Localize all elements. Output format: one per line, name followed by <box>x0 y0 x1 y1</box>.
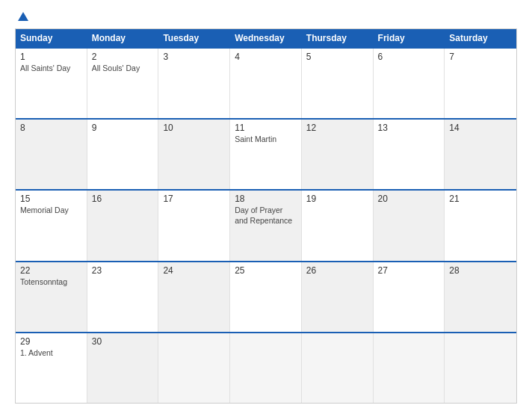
calendar-cell: 15Memorial Day <box>16 191 87 260</box>
day-number: 7 <box>449 52 512 62</box>
weekday-header: Friday <box>374 29 445 47</box>
calendar-cell: 30 <box>87 333 159 403</box>
header <box>15 12 517 21</box>
logo-triangle-icon <box>18 12 28 21</box>
weekday-header: Monday <box>87 29 159 47</box>
day-number: 12 <box>306 123 368 133</box>
weekday-header: Saturday <box>445 29 516 47</box>
calendar-cell: 16 <box>87 191 159 260</box>
calendar-cell: 5 <box>302 49 374 118</box>
weekday-header: Wednesday <box>230 29 302 47</box>
calendar-cell: 291. Advent <box>16 333 87 403</box>
holiday-label: Saint Martin <box>235 135 297 145</box>
calendar-cell: 22Totensonntag <box>16 262 87 332</box>
logo <box>15 12 28 21</box>
calendar-cell: 4 <box>230 49 302 118</box>
calendar-cell: 8 <box>16 120 87 189</box>
day-number: 8 <box>20 123 82 133</box>
day-number: 14 <box>449 123 512 133</box>
weekday-header: Thursday <box>302 29 374 47</box>
day-number: 13 <box>378 123 440 133</box>
calendar-cell: 26 <box>302 262 374 332</box>
day-number: 20 <box>378 194 440 204</box>
day-number: 17 <box>163 194 225 204</box>
calendar-cell: 7 <box>445 49 516 118</box>
day-number: 23 <box>92 265 154 276</box>
day-number: 5 <box>306 52 368 62</box>
day-number: 18 <box>235 194 297 204</box>
day-number: 27 <box>378 265 440 276</box>
weekday-header: Sunday <box>16 29 87 47</box>
day-number: 30 <box>92 336 154 347</box>
holiday-label: Totensonntag <box>20 277 82 288</box>
calendar-row: 22Totensonntag232425262728 <box>16 261 516 332</box>
calendar-cell: 10 <box>158 120 230 189</box>
calendar-row: 891011Saint Martin121314 <box>16 118 516 189</box>
day-number: 9 <box>92 123 154 133</box>
calendar-cell: 17 <box>158 191 230 260</box>
calendar-cell: 20 <box>374 191 445 260</box>
calendar-cell: 21 <box>445 191 516 260</box>
calendar-cell <box>230 333 302 403</box>
holiday-label: Day of Prayer and Repentance <box>235 206 297 226</box>
day-number: 28 <box>449 265 512 276</box>
day-number: 16 <box>92 194 154 204</box>
calendar-cell: 23 <box>87 262 159 332</box>
calendar-page: SundayMondayTuesdayWednesdayThursdayFrid… <box>0 0 532 411</box>
calendar-cell: 3 <box>158 49 230 118</box>
calendar-row: 291. Advent30 <box>16 332 516 403</box>
calendar-cell <box>374 333 445 403</box>
calendar-cell: 11Saint Martin <box>230 120 302 189</box>
day-number: 19 <box>306 194 368 204</box>
day-number: 4 <box>235 52 297 62</box>
weekday-header: Tuesday <box>158 29 230 47</box>
day-number: 6 <box>378 52 440 62</box>
day-number: 15 <box>20 194 82 204</box>
day-number: 24 <box>163 265 225 276</box>
holiday-label: Memorial Day <box>20 206 82 216</box>
calendar-cell: 19 <box>302 191 374 260</box>
calendar-row: 1All Saints' Day2All Souls' Day34567 <box>16 47 516 118</box>
calendar-cell: 24 <box>158 262 230 332</box>
day-number: 10 <box>163 123 225 133</box>
day-number: 25 <box>235 265 297 276</box>
calendar-cell: 9 <box>87 120 159 189</box>
calendar-body: 1All Saints' Day2All Souls' Day345678910… <box>16 47 516 403</box>
calendar-cell: 1All Saints' Day <box>16 49 87 118</box>
calendar-row: 15Memorial Day161718Day of Prayer and Re… <box>16 189 516 260</box>
day-number: 11 <box>235 123 297 133</box>
holiday-label: All Saints' Day <box>20 64 82 74</box>
calendar-header: SundayMondayTuesdayWednesdayThursdayFrid… <box>16 29 516 47</box>
holiday-label: All Souls' Day <box>92 64 154 74</box>
day-number: 29 <box>20 336 82 347</box>
day-number: 22 <box>20 265 82 276</box>
calendar-cell: 13 <box>374 120 445 189</box>
calendar-cell <box>158 333 230 403</box>
calendar-cell: 2All Souls' Day <box>87 49 159 118</box>
calendar-cell: 6 <box>374 49 445 118</box>
day-number: 26 <box>306 265 368 276</box>
calendar-cell: 27 <box>374 262 445 332</box>
calendar-cell <box>445 333 516 403</box>
day-number: 2 <box>92 52 154 62</box>
day-number: 21 <box>449 194 512 204</box>
calendar-cell: 25 <box>230 262 302 332</box>
calendar-cell: 12 <box>302 120 374 189</box>
day-number: 1 <box>20 52 82 62</box>
holiday-label: 1. Advent <box>20 348 82 359</box>
calendar-cell <box>302 333 374 403</box>
calendar-cell: 28 <box>445 262 516 332</box>
day-number: 3 <box>163 52 225 62</box>
calendar-grid: SundayMondayTuesdayWednesdayThursdayFrid… <box>15 28 517 404</box>
calendar-cell: 18Day of Prayer and Repentance <box>230 191 302 260</box>
logo-blue-text <box>15 12 28 21</box>
calendar-cell: 14 <box>445 120 516 189</box>
